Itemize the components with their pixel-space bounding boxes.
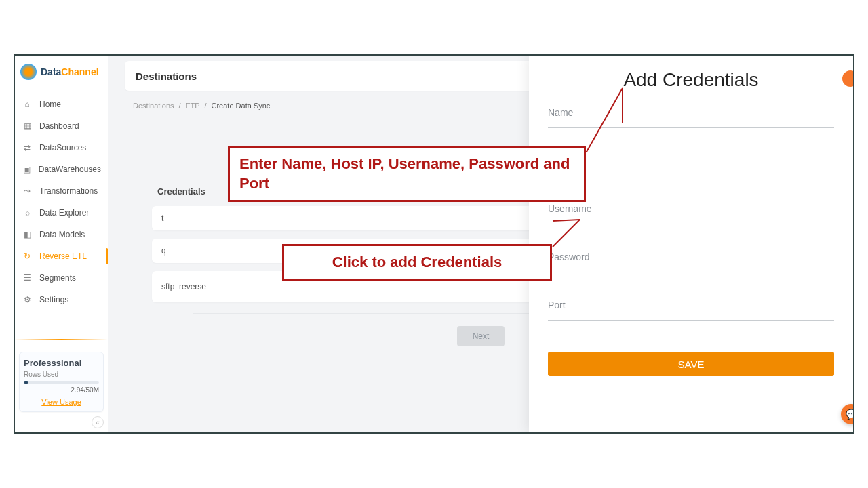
sidebar-item-label: Home bbox=[39, 100, 61, 109]
app-frame: DataChannel ⌂Home ▦Dashboard ⇄DataSource… bbox=[14, 54, 854, 434]
transformations-icon: ⤳ bbox=[22, 186, 33, 197]
page-title: Destinations bbox=[136, 70, 197, 82]
usage-box: Professsional Rows Used 2.94/50M View Us… bbox=[19, 352, 104, 412]
reverseetl-icon: ↻ bbox=[22, 251, 33, 262]
logo: DataChannel bbox=[15, 56, 108, 88]
sidebar-item-label: Reverse ETL bbox=[39, 251, 87, 261]
sidebar: DataChannel ⌂Home ▦Dashboard ⇄DataSource… bbox=[15, 56, 108, 432]
annotation-click-add: Click to add Credentials bbox=[282, 244, 552, 281]
annotation-enter-fields: Enter Name, Host IP, Username, Password … bbox=[228, 146, 586, 202]
explorer-icon: ⌕ bbox=[22, 207, 33, 218]
sidebar-item-datasources[interactable]: ⇄DataSources bbox=[15, 137, 108, 159]
port-label: Port bbox=[548, 300, 834, 310]
datawarehouses-icon: ▣ bbox=[22, 164, 32, 175]
credentials-title: Credentials bbox=[157, 186, 205, 197]
logo-text: DataChannel bbox=[41, 66, 99, 77]
breadcrumb-current: Create Data Sync bbox=[212, 102, 271, 110]
sidebar-item-label: Transformations bbox=[39, 186, 98, 196]
add-credentials-panel: Add Credentials Name Host IP Username Pa… bbox=[529, 56, 853, 432]
view-usage-link[interactable]: View Usage bbox=[24, 398, 99, 406]
avatar[interactable] bbox=[842, 70, 854, 87]
sidebar-item-segments[interactable]: ☰Segments bbox=[15, 267, 108, 289]
next-button[interactable]: Next bbox=[457, 326, 505, 346]
rows-used-label: Rows Used bbox=[24, 371, 99, 378]
sidebar-item-label: Data Models bbox=[39, 230, 85, 239]
port-field[interactable]: Port bbox=[548, 300, 834, 321]
sidebar-item-label: Settings bbox=[39, 295, 68, 304]
hostip-label: Host IP bbox=[548, 155, 834, 166]
segments-icon: ☰ bbox=[22, 272, 33, 283]
username-field[interactable]: Username bbox=[548, 203, 834, 224]
sidebar-item-label: Data Explorer bbox=[39, 208, 89, 218]
nav: ⌂Home ▦Dashboard ⇄DataSources ▣DataWareh… bbox=[15, 94, 108, 310]
sidebar-item-datamodels[interactable]: ◧Data Models bbox=[15, 224, 108, 245]
breadcrumb-sep: / bbox=[204, 102, 206, 110]
datasources-icon: ⇄ bbox=[22, 142, 33, 153]
collapse-sidebar-button[interactable]: « bbox=[92, 416, 104, 428]
settings-icon: ⚙ bbox=[22, 294, 33, 305]
sidebar-item-label: DataSources bbox=[39, 143, 86, 152]
save-button[interactable]: SAVE bbox=[548, 352, 834, 376]
usage-value: 2.94/50M bbox=[24, 386, 99, 394]
breadcrumb-sep: / bbox=[179, 102, 181, 110]
sidebar-item-settings[interactable]: ⚙Settings bbox=[15, 289, 108, 310]
name-label: Name bbox=[548, 107, 834, 118]
sidebar-item-label: Segments bbox=[39, 273, 76, 283]
password-label: Password bbox=[548, 251, 834, 262]
name-field[interactable]: Name bbox=[548, 107, 834, 128]
logo-icon bbox=[20, 64, 37, 80]
sidebar-item-transformations[interactable]: ⤳Transformations bbox=[15, 180, 108, 202]
models-icon: ◧ bbox=[22, 229, 33, 240]
sidebar-item-dataexplorer[interactable]: ⌕Data Explorer bbox=[15, 202, 108, 224]
sidebar-item-home[interactable]: ⌂Home bbox=[15, 94, 108, 115]
hostip-field[interactable]: Host IP bbox=[548, 155, 834, 176]
breadcrumb-ftp[interactable]: FTP bbox=[186, 102, 200, 110]
home-icon: ⌂ bbox=[22, 99, 33, 110]
main: Destinations 🔍 Destinations / FTP / Crea… bbox=[108, 56, 853, 432]
usage-bar bbox=[24, 381, 99, 384]
sidebar-item-label: Dashboard bbox=[39, 121, 79, 131]
username-label: Username bbox=[548, 203, 834, 214]
sidebar-item-dashboard[interactable]: ▦Dashboard bbox=[15, 115, 108, 137]
sidebar-item-label: DataWarehouses bbox=[39, 165, 101, 174]
panel-title: Add Credentials bbox=[548, 69, 834, 91]
breadcrumb-destinations[interactable]: Destinations bbox=[133, 102, 174, 110]
dashboard-icon: ▦ bbox=[22, 121, 33, 131]
sidebar-item-reverseetl[interactable]: ↻Reverse ETL bbox=[15, 245, 108, 267]
sidebar-divider bbox=[15, 339, 108, 340]
usage-bar-fill bbox=[24, 381, 28, 384]
password-field[interactable]: Password bbox=[548, 251, 834, 272]
sidebar-item-datawarehouses[interactable]: ▣DataWarehouses bbox=[15, 159, 108, 180]
plan-name: Professsional bbox=[24, 358, 99, 368]
